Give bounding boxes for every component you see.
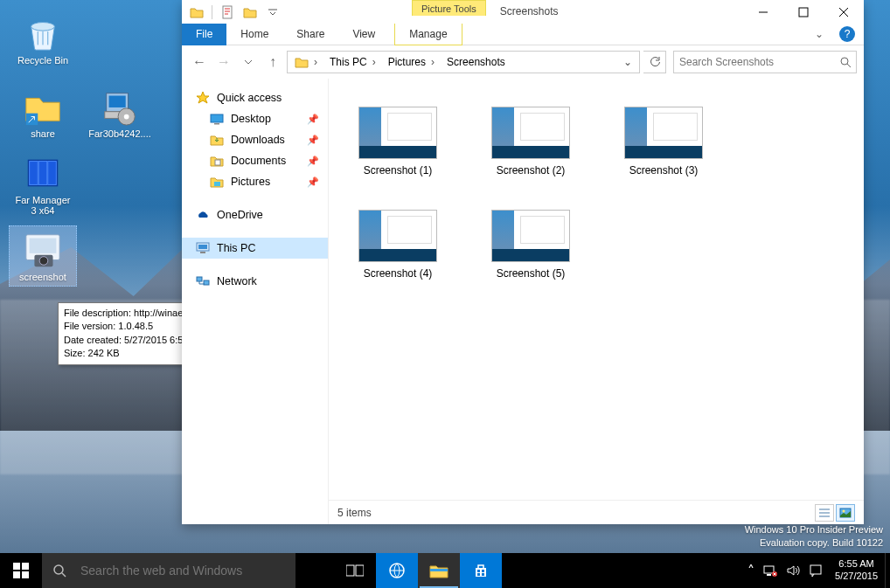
qat-new-folder-icon[interactable] (240, 3, 260, 22)
close-button[interactable] (824, 0, 864, 24)
desktop-icon (210, 112, 224, 126)
tab-file[interactable]: File (182, 24, 226, 45)
tray-notifications-icon[interactable] (809, 564, 823, 578)
svg-point-17 (841, 58, 848, 65)
file-item[interactable]: Screenshot (4) (344, 206, 451, 283)
help-button[interactable]: ? (839, 26, 855, 42)
desktop-icon-label: screenshot (19, 272, 66, 282)
up-button[interactable]: ↑ (262, 52, 283, 73)
sidebar-item-desktop[interactable]: Desktop📌 (182, 108, 328, 129)
taskbar-app-explorer[interactable] (418, 553, 460, 588)
sidebar-onedrive[interactable]: OneDrive (182, 204, 328, 225)
file-item[interactable]: Screenshot (5) (477, 206, 584, 283)
tab-view[interactable]: View (338, 24, 389, 45)
recent-locations-button[interactable] (238, 52, 259, 73)
file-item[interactable]: Screenshot (1) (344, 103, 451, 180)
svg-rect-40 (477, 573, 480, 576)
file-list[interactable]: Screenshot (1) Screenshot (2) Screenshot… (329, 79, 864, 500)
sidebar-item-documents[interactable]: Documents📌 (182, 150, 328, 171)
show-desktop-button[interactable] (885, 553, 890, 588)
refresh-button[interactable] (643, 51, 666, 73)
taskbar-search[interactable] (42, 553, 296, 588)
svg-rect-15 (223, 6, 232, 18)
svg-rect-23 (198, 245, 207, 249)
svg-rect-16 (799, 8, 808, 17)
desktop-icon-share[interactable]: share (9, 82, 77, 143)
tray-show-hidden-icon[interactable]: ˄ (747, 563, 754, 579)
onedrive-icon (196, 208, 210, 222)
file-item[interactable]: Screenshot (2) (477, 103, 584, 180)
svg-rect-19 (214, 123, 219, 125)
qat-properties-icon[interactable] (218, 3, 237, 22)
file-thumbnail (624, 107, 703, 159)
tab-share[interactable]: Share (282, 24, 338, 45)
svg-rect-25 (197, 277, 202, 281)
start-button[interactable] (0, 553, 42, 588)
forward-button[interactable]: → (213, 52, 234, 73)
quick-access-toolbar (182, 0, 282, 22)
breadcrumb[interactable]: This PC Pictures Screenshots ⌄ (287, 51, 640, 73)
far-manager-icon (23, 153, 63, 193)
search-icon (42, 564, 77, 578)
maximize-button[interactable] (783, 0, 824, 24)
file-label: Screenshot (2) (497, 164, 566, 176)
pin-icon: 📌 (307, 135, 319, 146)
desktop-icon-screenshot[interactable]: screenshot (9, 225, 77, 287)
sidebar-label: Pictures (231, 176, 270, 188)
qat-customize-icon[interactable] (263, 3, 282, 22)
file-thumbnail (491, 107, 570, 159)
tab-home[interactable]: Home (226, 24, 282, 45)
tab-manage[interactable]: Manage (394, 24, 462, 45)
watermark-line: Evaluation copy. Build 10122 (745, 536, 883, 550)
sidebar-item-downloads[interactable]: Downloads📌 (182, 129, 328, 150)
file-thumbnail (358, 210, 437, 262)
taskbar-search-input[interactable] (77, 564, 296, 578)
svg-rect-39 (482, 570, 484, 572)
sidebar-label: OneDrive (217, 209, 263, 221)
view-details-button[interactable] (815, 504, 834, 522)
desktop-icon-far-manager[interactable]: Far Manager 3 x64 (9, 149, 77, 220)
recycle-bin-icon (23, 13, 63, 53)
clock-date: 5/27/2015 (835, 571, 878, 583)
tray-volume-icon[interactable] (786, 564, 800, 578)
sidebar-label: Downloads (231, 134, 285, 146)
search-box[interactable] (673, 51, 857, 73)
desktop-icon-far-installer[interactable]: Far30b4242.... (86, 82, 154, 143)
breadcrumb-root-icon[interactable] (289, 55, 324, 69)
back-button[interactable]: ← (189, 52, 210, 73)
sidebar-quick-access[interactable]: Quick access (182, 87, 328, 108)
network-icon (196, 274, 210, 288)
address-bar-row: ← → ↑ This PC Pictures Screenshots ⌄ (182, 45, 864, 79)
minimize-button[interactable] (743, 0, 783, 24)
desktop-icon-recycle-bin[interactable]: Recycle Bin (9, 9, 77, 70)
breadcrumb-item[interactable]: Screenshots (442, 56, 511, 68)
taskbar-app-store[interactable] (460, 553, 502, 588)
svg-rect-34 (346, 565, 354, 576)
search-input[interactable] (674, 56, 835, 68)
sidebar-network[interactable]: Network (182, 271, 328, 292)
file-item[interactable]: Screenshot (3) (610, 103, 717, 180)
taskbar: ˄ 6:55 AM 5/27/2015 (0, 553, 890, 588)
taskbar-app-edge[interactable] (376, 553, 418, 588)
svg-rect-35 (356, 565, 364, 576)
svg-rect-38 (477, 570, 480, 572)
sidebar-this-pc[interactable]: This PC (182, 238, 328, 259)
sidebar-item-pictures[interactable]: Pictures📌 (182, 171, 328, 192)
windows-watermark: Windows 10 Pro Insider Preview Evaluatio… (745, 523, 883, 550)
breadcrumb-item[interactable]: This PC (324, 56, 383, 68)
file-thumbnail (358, 107, 437, 159)
breadcrumb-history-icon[interactable]: ⌄ (618, 56, 637, 68)
ribbon-expand-icon[interactable]: ⌄ (808, 28, 831, 40)
system-tray[interactable]: ˄ (742, 563, 828, 579)
status-bar: 5 items (329, 500, 864, 524)
task-view-button[interactable] (334, 553, 376, 588)
view-large-icons-button[interactable] (836, 504, 855, 522)
file-label: Screenshot (4) (364, 267, 433, 280)
titlebar[interactable]: Picture Tools Screenshots (182, 0, 864, 24)
search-icon[interactable] (835, 56, 856, 68)
qat-folder-icon[interactable] (187, 3, 206, 22)
tray-network-icon[interactable] (763, 564, 777, 578)
breadcrumb-item[interactable]: Pictures (383, 56, 442, 68)
desktop-icon-label: Far Manager 3 x64 (16, 195, 71, 216)
taskbar-clock[interactable]: 6:55 AM 5/27/2015 (828, 558, 885, 583)
